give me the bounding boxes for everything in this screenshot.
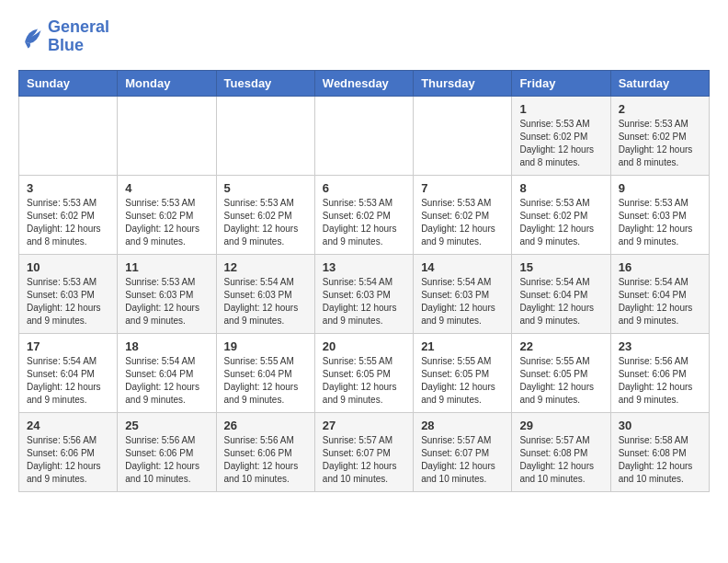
calendar-cell: [414, 96, 512, 175]
day-info: Sunrise: 5:55 AM Sunset: 6:04 PM Dayligh…: [224, 355, 307, 407]
day-info: Sunrise: 5:56 AM Sunset: 6:06 PM Dayligh…: [224, 434, 307, 486]
calendar-cell: 13Sunrise: 5:54 AM Sunset: 6:03 PM Dayli…: [314, 254, 413, 333]
day-number: 13: [323, 260, 405, 274]
day-info: Sunrise: 5:53 AM Sunset: 6:03 PM Dayligh…: [619, 197, 701, 248]
calendar-cell: 22Sunrise: 5:55 AM Sunset: 6:05 PM Dayli…: [512, 333, 610, 412]
day-info: Sunrise: 5:53 AM Sunset: 6:03 PM Dayligh…: [125, 276, 208, 327]
calendar-cell: 24Sunrise: 5:56 AM Sunset: 6:06 PM Dayli…: [19, 412, 118, 491]
day-number: 16: [619, 260, 701, 274]
calendar-cell: 17Sunrise: 5:54 AM Sunset: 6:04 PM Dayli…: [19, 333, 118, 412]
day-number: 22: [519, 339, 602, 353]
calendar-cell: 5Sunrise: 5:53 AM Sunset: 6:02 PM Daylig…: [216, 175, 314, 254]
day-info: Sunrise: 5:56 AM Sunset: 6:06 PM Dayligh…: [27, 434, 109, 486]
day-info: Sunrise: 5:54 AM Sunset: 6:04 PM Dayligh…: [125, 355, 208, 407]
page-header: GeneralBlue: [18, 18, 710, 55]
day-info: Sunrise: 5:56 AM Sunset: 6:06 PM Dayligh…: [619, 355, 701, 407]
day-number: 5: [224, 181, 307, 195]
calendar-cell: 11Sunrise: 5:53 AM Sunset: 6:03 PM Dayli…: [118, 254, 216, 333]
day-number: 8: [519, 181, 602, 195]
day-number: 17: [27, 339, 109, 353]
day-number: 2: [619, 102, 701, 116]
day-number: 1: [519, 102, 602, 116]
day-info: Sunrise: 5:57 AM Sunset: 6:07 PM Dayligh…: [323, 434, 405, 486]
calendar-cell: 25Sunrise: 5:56 AM Sunset: 6:06 PM Dayli…: [118, 412, 216, 491]
calendar-cell: 23Sunrise: 5:56 AM Sunset: 6:06 PM Dayli…: [610, 333, 709, 412]
calendar-week-row: 10Sunrise: 5:53 AM Sunset: 6:03 PM Dayli…: [19, 254, 710, 333]
calendar-cell: 20Sunrise: 5:55 AM Sunset: 6:05 PM Dayli…: [314, 333, 413, 412]
day-info: Sunrise: 5:58 AM Sunset: 6:08 PM Dayligh…: [619, 434, 701, 486]
day-number: 15: [519, 260, 602, 274]
day-number: 24: [27, 419, 109, 432]
weekday-header: Friday: [512, 70, 610, 96]
calendar-week-row: 17Sunrise: 5:54 AM Sunset: 6:04 PM Dayli…: [19, 333, 710, 412]
logo: GeneralBlue: [18, 18, 109, 55]
weekday-header: Monday: [118, 70, 216, 96]
day-number: 14: [421, 260, 504, 274]
weekday-header: Thursday: [414, 70, 512, 96]
day-number: 21: [421, 339, 504, 353]
calendar-cell: 7Sunrise: 5:53 AM Sunset: 6:02 PM Daylig…: [414, 175, 512, 254]
calendar-cell: [216, 96, 314, 175]
day-info: Sunrise: 5:53 AM Sunset: 6:02 PM Dayligh…: [125, 197, 208, 248]
logo-icon: [18, 24, 44, 50]
day-number: 30: [619, 419, 701, 432]
day-info: Sunrise: 5:56 AM Sunset: 6:06 PM Dayligh…: [125, 434, 208, 486]
logo-text: GeneralBlue: [48, 18, 109, 55]
day-number: 26: [224, 419, 307, 432]
day-info: Sunrise: 5:54 AM Sunset: 6:03 PM Dayligh…: [323, 276, 405, 327]
calendar-cell: 28Sunrise: 5:57 AM Sunset: 6:07 PM Dayli…: [414, 412, 512, 491]
calendar-week-row: 3Sunrise: 5:53 AM Sunset: 6:02 PM Daylig…: [19, 175, 710, 254]
calendar-cell: 15Sunrise: 5:54 AM Sunset: 6:04 PM Dayli…: [512, 254, 610, 333]
calendar-cell: 4Sunrise: 5:53 AM Sunset: 6:02 PM Daylig…: [118, 175, 216, 254]
weekday-header: Wednesday: [314, 70, 413, 96]
day-info: Sunrise: 5:53 AM Sunset: 6:02 PM Dayligh…: [519, 197, 602, 248]
day-number: 12: [224, 260, 307, 274]
day-number: 20: [323, 339, 405, 353]
calendar-cell: [314, 96, 413, 175]
day-info: Sunrise: 5:53 AM Sunset: 6:02 PM Dayligh…: [27, 197, 109, 248]
weekday-header-row: SundayMondayTuesdayWednesdayThursdayFrid…: [19, 70, 710, 96]
day-info: Sunrise: 5:53 AM Sunset: 6:02 PM Dayligh…: [323, 197, 405, 248]
calendar-cell: 1Sunrise: 5:53 AM Sunset: 6:02 PM Daylig…: [512, 96, 610, 175]
calendar-cell: 26Sunrise: 5:56 AM Sunset: 6:06 PM Dayli…: [216, 412, 314, 491]
calendar-cell: [19, 96, 118, 175]
calendar-week-row: 1Sunrise: 5:53 AM Sunset: 6:02 PM Daylig…: [19, 96, 710, 175]
day-info: Sunrise: 5:55 AM Sunset: 6:05 PM Dayligh…: [323, 355, 405, 407]
day-number: 23: [619, 339, 701, 353]
calendar-cell: 21Sunrise: 5:55 AM Sunset: 6:05 PM Dayli…: [414, 333, 512, 412]
weekday-header: Sunday: [19, 70, 118, 96]
calendar-cell: 2Sunrise: 5:53 AM Sunset: 6:02 PM Daylig…: [610, 96, 709, 175]
day-info: Sunrise: 5:55 AM Sunset: 6:05 PM Dayligh…: [421, 355, 504, 407]
day-number: 4: [125, 181, 208, 195]
calendar-cell: 12Sunrise: 5:54 AM Sunset: 6:03 PM Dayli…: [216, 254, 314, 333]
day-info: Sunrise: 5:53 AM Sunset: 6:02 PM Dayligh…: [519, 118, 602, 169]
day-number: 3: [27, 181, 109, 195]
day-number: 9: [619, 181, 701, 195]
weekday-header: Saturday: [610, 70, 709, 96]
day-info: Sunrise: 5:53 AM Sunset: 6:02 PM Dayligh…: [421, 197, 504, 248]
day-number: 25: [125, 419, 208, 432]
calendar-cell: 27Sunrise: 5:57 AM Sunset: 6:07 PM Dayli…: [314, 412, 413, 491]
calendar-cell: 8Sunrise: 5:53 AM Sunset: 6:02 PM Daylig…: [512, 175, 610, 254]
day-number: 11: [125, 260, 208, 274]
calendar-cell: 3Sunrise: 5:53 AM Sunset: 6:02 PM Daylig…: [19, 175, 118, 254]
calendar-cell: 10Sunrise: 5:53 AM Sunset: 6:03 PM Dayli…: [19, 254, 118, 333]
day-info: Sunrise: 5:54 AM Sunset: 6:04 PM Dayligh…: [519, 276, 602, 327]
calendar-cell: 29Sunrise: 5:57 AM Sunset: 6:08 PM Dayli…: [512, 412, 610, 491]
day-info: Sunrise: 5:57 AM Sunset: 6:08 PM Dayligh…: [519, 434, 602, 486]
day-number: 29: [519, 419, 602, 432]
day-number: 10: [27, 260, 109, 274]
day-number: 19: [224, 339, 307, 353]
day-info: Sunrise: 5:57 AM Sunset: 6:07 PM Dayligh…: [421, 434, 504, 486]
calendar-cell: 30Sunrise: 5:58 AM Sunset: 6:08 PM Dayli…: [610, 412, 709, 491]
day-number: 7: [421, 181, 504, 195]
day-info: Sunrise: 5:54 AM Sunset: 6:03 PM Dayligh…: [224, 276, 307, 327]
calendar-cell: 18Sunrise: 5:54 AM Sunset: 6:04 PM Dayli…: [118, 333, 216, 412]
calendar-cell: 9Sunrise: 5:53 AM Sunset: 6:03 PM Daylig…: [610, 175, 709, 254]
day-number: 28: [421, 419, 504, 432]
calendar-table: SundayMondayTuesdayWednesdayThursdayFrid…: [18, 70, 710, 492]
day-info: Sunrise: 5:53 AM Sunset: 6:02 PM Dayligh…: [619, 118, 701, 169]
day-number: 18: [125, 339, 208, 353]
calendar-week-row: 24Sunrise: 5:56 AM Sunset: 6:06 PM Dayli…: [19, 412, 710, 491]
day-info: Sunrise: 5:54 AM Sunset: 6:04 PM Dayligh…: [619, 276, 701, 327]
